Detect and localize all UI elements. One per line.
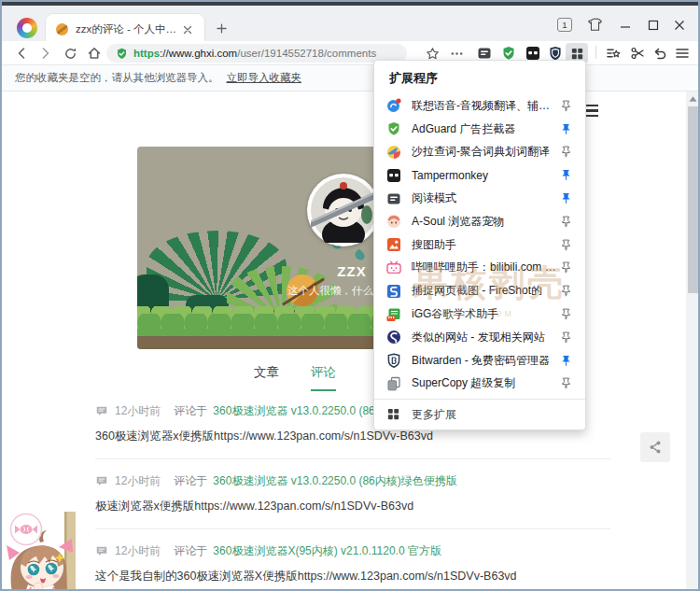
tampermonkey-icon xyxy=(386,168,401,183)
new-tab-button[interactable] xyxy=(213,20,230,36)
close-button[interactable] xyxy=(670,17,689,34)
pin-icon[interactable] xyxy=(558,237,573,252)
favorites-bar: 您的收藏夹是空的，请从其他浏览器导入。 立即导入收藏夹 xyxy=(2,65,698,91)
extension-name: 捕捉网页截图 - FireShot的 xyxy=(412,283,558,299)
extension-item-similar-sites[interactable]: 类似的网站 - 发现相关网站 xyxy=(374,326,585,349)
menu-hamburger-icon[interactable] xyxy=(672,44,693,63)
extension-name: AdGuard 广告拦截器 xyxy=(412,121,558,137)
pin-icon[interactable] xyxy=(558,376,573,391)
maximize-button[interactable] xyxy=(644,17,663,34)
scrollbar-thumb[interactable] xyxy=(688,106,698,293)
similar-sites-icon xyxy=(386,330,401,345)
tab-title: zzx的评论 - 个人中心 - 果核… xyxy=(76,22,180,36)
menu-divider xyxy=(374,399,585,400)
comment-bubble-icon xyxy=(95,544,108,557)
pin-icon[interactable] xyxy=(558,191,573,206)
page-scrollbar[interactable] xyxy=(686,91,700,591)
undo-icon[interactable] xyxy=(650,44,670,63)
comment-time: 12小时前 xyxy=(115,403,161,419)
pin-icon[interactable] xyxy=(558,353,573,368)
more-extensions-label: 更多扩展 xyxy=(412,407,573,423)
extension-item-fireshot[interactable]: 捕捉网页截图 - FireShot的 xyxy=(374,279,585,303)
divider xyxy=(95,458,610,459)
comment-action: 评论于 xyxy=(174,473,207,489)
comment-body: 这个是我自制的360极速浏览器X便携版https://www.123pan.co… xyxy=(95,569,610,584)
avatar xyxy=(307,174,380,246)
comment-target-link[interactable]: 360极速浏览器X(95内核) v21.0.1120.0 官方版 xyxy=(213,543,441,559)
comment-action: 评论于 xyxy=(174,543,207,559)
back-icon[interactable] xyxy=(11,44,32,63)
extension-name: A-Soul 浏览器宠物 xyxy=(412,214,558,230)
pin-icon[interactable] xyxy=(558,121,573,136)
extension-name: Bitwarden - 免费密码管理器 xyxy=(412,353,558,369)
reader-mode-icon xyxy=(386,191,401,206)
scissors-icon[interactable] xyxy=(627,44,648,63)
comment-bubble-icon xyxy=(95,404,108,417)
extension-name: 联想语音-音视频翻译、辅助语言学习... xyxy=(412,98,558,114)
extension-item-supercopy[interactable]: SuperCopy 超级复制 xyxy=(374,373,585,396)
scrollbar-up-icon[interactable] xyxy=(689,95,697,103)
more-extensions-grid-icon xyxy=(386,407,401,422)
minimize-button[interactable] xyxy=(616,17,635,34)
extension-item-igg-scholar[interactable]: iGG谷歌学术助手 xyxy=(374,303,585,326)
tab-count-badge[interactable]: 1 xyxy=(557,18,572,32)
pin-icon[interactable] xyxy=(558,260,573,275)
pin-icon[interactable] xyxy=(558,98,573,113)
asoul-pet-icon xyxy=(386,214,401,229)
comment-target-link[interactable]: 360极速浏览器 v13.0.2250.0 (86内核)绿色便携版 xyxy=(213,473,456,489)
home-icon[interactable] xyxy=(84,44,105,63)
extension-item-reader-mode[interactable]: 阅读模式 xyxy=(374,187,585,210)
share-button[interactable] xyxy=(640,432,670,462)
tab-comments[interactable]: 评论 xyxy=(311,364,336,391)
leaf-shape xyxy=(353,248,366,261)
comment-action: 评论于 xyxy=(174,403,207,419)
anime-girl-image xyxy=(5,512,79,591)
pin-icon[interactable] xyxy=(558,145,573,160)
extensions-menu-title: 扩展程序 xyxy=(374,70,585,87)
pin-icon[interactable] xyxy=(558,168,573,183)
reload-icon[interactable] xyxy=(60,44,80,63)
extension-item-lenovo-voice[interactable]: 联想语音-音视频翻译、辅助语言学习... xyxy=(374,94,585,118)
collections-star-icon[interactable] xyxy=(603,44,623,63)
extension-item-image-search[interactable]: 搜图助手 xyxy=(374,233,585,257)
toolbar-separator xyxy=(595,46,596,59)
pin-icon[interactable] xyxy=(558,307,573,322)
tab-articles[interactable]: 文章 xyxy=(254,364,279,391)
tab-close-icon[interactable] xyxy=(180,22,195,37)
comment-item: 12小时前 评论于 360极速浏览器X(95内核) v21.0.1120.0 官… xyxy=(95,542,610,584)
comment-body: 极速浏览器x便携版https://www.123pan.com/s/n1SDVv… xyxy=(95,499,610,514)
comment-item: 12小时前 评论于 360极速浏览器 v13.0.2250.0 (86内核)绿色… xyxy=(95,471,610,529)
share-icon xyxy=(648,440,663,455)
extension-name: 类似的网站 - 发现相关网站 xyxy=(412,330,558,345)
extension-name: 阅读模式 xyxy=(412,190,558,206)
browser-pet-widget[interactable] xyxy=(5,512,79,591)
browser-logo-icon[interactable] xyxy=(17,18,37,38)
comment-time: 12小时前 xyxy=(115,473,161,489)
bilibili-icon xyxy=(386,260,401,275)
browser-tab[interactable]: zzx的评论 - 个人中心 - 果核… xyxy=(45,13,205,45)
comment-time: 12小时前 xyxy=(115,543,161,559)
extension-item-asoul-pet[interactable]: A-Soul 浏览器宠物 xyxy=(374,210,585,233)
igg-scholar-icon xyxy=(386,307,401,322)
extension-item-adguard[interactable]: AdGuard 广告拦截器 xyxy=(374,118,585,141)
more-extensions-button[interactable]: 更多扩展 xyxy=(374,402,585,427)
saladict-icon xyxy=(386,145,401,160)
forward-icon[interactable] xyxy=(35,44,56,63)
pin-icon[interactable] xyxy=(558,330,573,345)
shirt-icon[interactable] xyxy=(586,16,604,34)
extension-item-bitwarden[interactable]: Bitwarden - 免费密码管理器 xyxy=(374,349,585,373)
address-bar[interactable]: https://www.ghxi.com/user/1914552718/com… xyxy=(106,44,407,63)
import-favorites-link[interactable]: 立即导入收藏夹 xyxy=(227,71,302,85)
pin-icon[interactable] xyxy=(558,284,573,299)
extension-name: 搜图助手 xyxy=(412,237,558,253)
pin-icon[interactable] xyxy=(558,214,573,229)
extension-item-saladict[interactable]: 沙拉查词-聚合词典划词翻译 xyxy=(374,141,585,164)
favorites-empty-message: 您的收藏夹是空的，请从其他浏览器导入。 xyxy=(15,71,219,85)
extension-item-tampermonkey[interactable]: Tampermonkey xyxy=(374,163,585,187)
extension-item-bilibili-helper[interactable]: 哔哩哔哩助手：bilibili.com 综合辅助... xyxy=(374,257,585,280)
image-search-icon xyxy=(386,237,401,252)
https-shield-icon[interactable] xyxy=(116,48,128,60)
fireshot-icon xyxy=(386,284,401,299)
content-tabs: 文章 评论 xyxy=(254,364,375,391)
lenovo-voice-icon xyxy=(386,98,401,113)
